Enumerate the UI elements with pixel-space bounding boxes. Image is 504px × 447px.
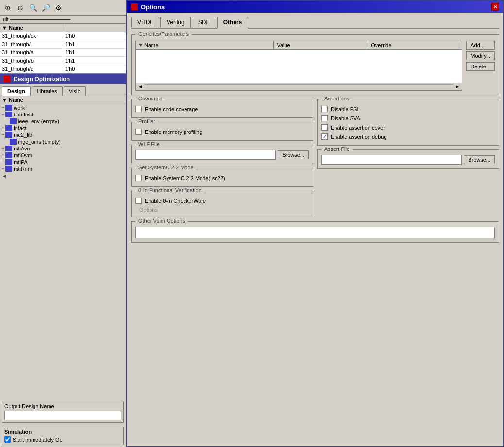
profiler-legend: Profiler: [135, 118, 158, 124]
expand-work[interactable]: +: [2, 105, 4, 110]
scroll-right-btn[interactable]: ►: [453, 84, 462, 89]
disable-sva-row: Disable SVA: [321, 114, 495, 123]
table-row[interactable]: 31_through/... 1'h1: [0, 40, 126, 49]
result-label: ult ────────────────: [0, 16, 126, 24]
toolbar-btn-4[interactable]: 🔎: [40, 2, 51, 14]
tree-item-mtiovm[interactable]: + mtiOvm: [0, 152, 126, 159]
enable-assertion-debug-label: Enable assertion debug: [331, 134, 387, 140]
design-optimization-header: Design Optimization: [0, 74, 126, 84]
add-button[interactable]: Add...: [466, 41, 495, 50]
scroll-left-btn[interactable]: ◄: [136, 84, 145, 89]
tree-label-mgcams: mgc_ams (empty): [18, 139, 61, 145]
disable-psl-label: Disable PSL: [331, 106, 360, 112]
assertions-section: Assertions Disable PSL Disable SVA: [317, 99, 499, 146]
signal-name: 31_through/a: [0, 49, 63, 56]
lib-icon-mc2lib: [5, 132, 12, 138]
wlf-file-input[interactable]: [135, 150, 276, 160]
expand-mtirnm[interactable]: +: [2, 166, 4, 171]
assert-file-browse-row: Browse...: [321, 155, 495, 165]
design-opt-icon: [4, 76, 11, 83]
enable-assertion-cover-checkbox[interactable]: [321, 124, 328, 131]
tree-item-work[interactable]: + work: [0, 104, 126, 111]
modify-button[interactable]: Modify...: [466, 51, 495, 60]
tree-label-mtirnm: mtiRnm: [14, 166, 32, 172]
other-vsim-section: Other Vsim Options: [131, 221, 499, 243]
expand-mtiovm[interactable]: +: [2, 153, 4, 158]
tree-item-mgcams[interactable]: mgc_ams (empty): [0, 138, 126, 145]
systemc-checkbox[interactable]: [135, 175, 142, 181]
enable-assertion-debug-checkbox[interactable]: [321, 133, 328, 140]
toolbar: ⊕ ⊖ 🔍 🔎 ⚙: [0, 0, 126, 16]
lib-icon-mgcams: [10, 139, 17, 145]
tree-item-mtiavm[interactable]: + mtiAvm: [0, 145, 126, 152]
toolbar-btn-3[interactable]: 🔍: [27, 2, 39, 14]
tab-verilog[interactable]: Verilog: [160, 17, 191, 28]
delete-button[interactable]: Delete: [466, 62, 495, 71]
expand-infact[interactable]: +: [2, 126, 4, 131]
wlf-browse-button[interactable]: Browse...: [278, 150, 309, 159]
tab-libraries[interactable]: Libraries: [32, 86, 63, 96]
disable-psl-checkbox[interactable]: [321, 106, 328, 112]
expand-floatfixlib[interactable]: +: [2, 112, 4, 117]
tree-item-infact[interactable]: + infact: [0, 125, 126, 132]
tree-item-mc2lib[interactable]: + mc2_lib: [0, 132, 126, 138]
toolbar-btn-5[interactable]: ⚙: [52, 2, 64, 14]
signal-value: 1'h1: [63, 49, 77, 56]
zeroin-options-row: Options: [135, 206, 309, 213]
tab-design[interactable]: Design: [2, 86, 31, 96]
signal-name: 31_through/...: [0, 40, 63, 48]
close-button[interactable]: ✕: [491, 3, 499, 11]
sort-icon: [139, 44, 143, 47]
tree-item-mtirnm[interactable]: + mtiRnm: [0, 166, 126, 172]
col-value-header: Value: [274, 41, 368, 49]
tab-others[interactable]: Others: [217, 17, 249, 29]
wlf-file-section: WLF File Browse...: [131, 145, 313, 164]
signal-value-col: [63, 24, 67, 32]
design-tabs: Design Libraries Visib: [0, 84, 126, 96]
signal-name: 31_through/b: [0, 57, 63, 65]
table-row[interactable]: 31_through/dk 1'h0: [0, 32, 126, 40]
coverage-checkbox[interactable]: [135, 106, 142, 112]
coverage-legend: Coverage: [135, 96, 165, 101]
tab-vhdl[interactable]: VHDL: [131, 17, 159, 28]
tree-header: ▼ Name: [0, 96, 126, 104]
start-immediately-label: Start immediately Op: [13, 437, 63, 443]
assert-file-input[interactable]: [321, 155, 462, 165]
generics-table-header: Name Value Override: [135, 41, 462, 49]
profiler-checkbox[interactable]: [135, 129, 142, 135]
generics-legend: Generics/Parameters: [135, 31, 192, 37]
zeroin-section: 0-In Functional Verification Enable 0-In…: [131, 191, 313, 217]
zeroin-legend: 0-In Functional Verification: [135, 187, 204, 193]
tab-visib[interactable]: Visib: [64, 86, 86, 96]
tab-sdf[interactable]: SDF: [192, 17, 216, 28]
other-vsim-input[interactable]: [135, 227, 495, 238]
simulation-check-row: Start immediately Op: [4, 436, 121, 443]
wlf-legend: WLF File: [135, 141, 163, 147]
expand-mtiavm[interactable]: +: [2, 146, 4, 151]
toolbar-btn-2[interactable]: ⊖: [15, 2, 26, 14]
table-row[interactable]: 31_through/a 1'h1: [0, 49, 126, 57]
expand-mc2lib[interactable]: +: [2, 132, 4, 137]
generics-table-wrap: Name Value Override ◄ ►: [135, 41, 462, 91]
zeroin-checkbox[interactable]: [135, 198, 142, 204]
expand-mtipa[interactable]: +: [2, 160, 4, 165]
enable-assertion-cover-label: Enable assertion cover: [331, 125, 385, 131]
signal-value: 1'h1: [63, 57, 77, 65]
tree-item-floatfixlib[interactable]: + floatfixlib: [0, 111, 126, 118]
zeroin-label: Enable 0-In CheckerWare: [145, 198, 206, 204]
toolbar-btn-1[interactable]: ⊕: [2, 2, 14, 14]
tree-item-mtipa[interactable]: + mtiPA: [0, 159, 126, 166]
signal-name-col: ▼ Name: [0, 24, 63, 32]
start-immediately-checkbox[interactable]: [4, 436, 11, 443]
zeroin-options-link[interactable]: Options: [139, 207, 158, 213]
assert-file-browse-button[interactable]: Browse...: [464, 155, 495, 164]
disable-sva-checkbox[interactable]: [321, 115, 328, 121]
tree-item-ieee-env[interactable]: ieee_env (empty): [0, 118, 126, 125]
signal-value: 1'h0: [63, 65, 77, 73]
generics-buttons: Add... Modify... Delete: [466, 41, 495, 91]
table-row[interactable]: 31_through/c 1'h0: [0, 65, 126, 73]
coverage-section: Coverage Enable code coverage: [131, 99, 313, 118]
left-panel: ⊕ ⊖ 🔍 🔎 ⚙ ult ──────────────── ▼ Name 31…: [0, 0, 126, 447]
table-row[interactable]: 31_through/b 1'h1: [0, 57, 126, 65]
output-design-input[interactable]: [4, 411, 121, 420]
